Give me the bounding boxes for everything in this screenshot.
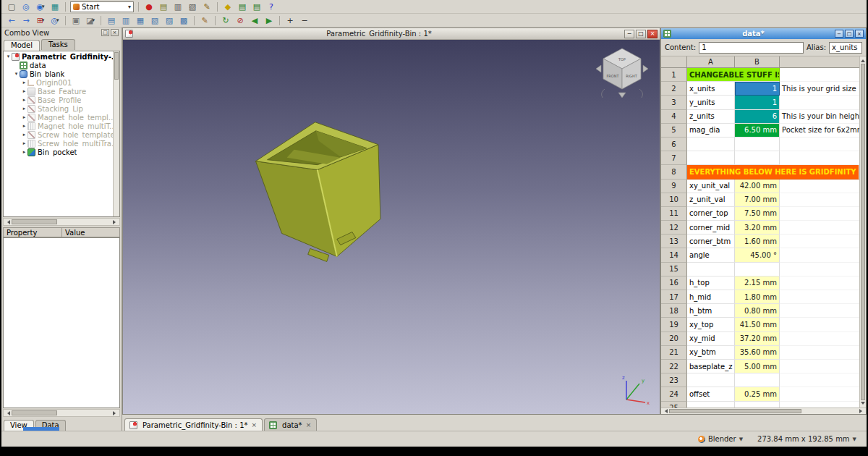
navcube-right-label[interactable]: RIGHT	[626, 74, 638, 78]
prev-position-icon[interactable]: ◀	[247, 14, 262, 26]
axonometric-view-icon[interactable]: ▣	[69, 14, 83, 26]
row-number-19[interactable]: 19	[661, 318, 687, 332]
viewport-titlebar[interactable]: Parametric_Gridfinity-Bin : 1*	[123, 28, 660, 40]
row-number-8[interactable]: 8	[661, 165, 687, 179]
close-tab-icon[interactable]: ×	[305, 421, 312, 428]
cell-a-10[interactable]: z_unit_val	[687, 193, 735, 207]
close-icon[interactable]	[855, 30, 864, 38]
cell-a-8[interactable]: EVERYTHING BELOW HERE IS GRIDFINITY SPEC…	[687, 165, 859, 179]
row-number-5[interactable]: 5	[661, 124, 687, 138]
clipboard-alt-icon[interactable]: ▤	[250, 1, 264, 12]
cell-b-6[interactable]	[735, 138, 780, 151]
grid-icon[interactable]: ▦	[48, 1, 62, 12]
row-number-9[interactable]: 9	[661, 180, 687, 193]
cell-c-5[interactable]: Pocket size for 6x2mm mag	[780, 124, 859, 138]
row-number-13[interactable]: 13	[661, 235, 687, 248]
zoom-tools-icon[interactable]: ◎▾	[48, 14, 62, 26]
cell-c-19[interactable]	[780, 318, 859, 332]
cell-a-7[interactable]	[687, 151, 735, 165]
cell-b-13[interactable]: 1.60 mm	[735, 235, 780, 248]
tree-item-data[interactable]: data	[4, 61, 119, 69]
scroll-right-icon[interactable]	[111, 410, 119, 416]
corner-cell[interactable]	[661, 56, 687, 68]
cell-b-14[interactable]: 45.00 °	[735, 248, 780, 262]
rear-view-icon[interactable]: ▧	[148, 14, 162, 26]
value-column-header[interactable]: Value	[62, 227, 120, 237]
cell-c-21[interactable]	[780, 346, 859, 360]
row-number-7[interactable]: 7	[661, 151, 687, 165]
scroll-up-icon[interactable]	[860, 56, 866, 63]
row-number-11[interactable]: 11	[661, 207, 687, 221]
front-view-icon[interactable]: ▤	[104, 14, 119, 26]
tree-item-base-profile[interactable]: ▸Base_Profile	[4, 96, 119, 104]
draw-style-icon[interactable]: ◪▾	[83, 14, 98, 26]
property-editor[interactable]	[3, 237, 120, 408]
row-number-4[interactable]: 4	[661, 110, 687, 124]
clipboard-icon[interactable]: ▤	[235, 1, 250, 12]
close-tab-icon[interactable]: ×	[251, 421, 258, 428]
cell-a-13[interactable]: corner_btm	[687, 235, 735, 248]
cell-c-22[interactable]	[780, 360, 859, 373]
row-number-23[interactable]: 23	[661, 373, 687, 387]
cell-b-16[interactable]: 2.15 mm	[735, 276, 780, 290]
expander-icon[interactable]: ▾	[5, 54, 12, 59]
cell-c-6[interactable]	[780, 138, 859, 151]
bin-model[interactable]	[123, 40, 660, 414]
cell-b-7[interactable]	[735, 151, 780, 165]
cell-a-23[interactable]	[687, 373, 735, 387]
scroll-right-icon[interactable]	[111, 219, 119, 225]
tree-item-parametric-gridfinity-bin[interactable]: ▾Parametric_Gridfinity-Bin	[4, 52, 119, 61]
scroll-left-icon[interactable]	[4, 219, 12, 225]
property-horizontal-scrollbar[interactable]	[3, 409, 120, 417]
cell-c-12[interactable]	[780, 221, 859, 235]
back-icon[interactable]: ←	[4, 14, 19, 26]
navigation-style-icon[interactable]: ◉▾	[33, 1, 48, 12]
tree-vertical-scrollbar[interactable]	[113, 51, 119, 216]
dimension-indicator[interactable]: 273.84 mm x 192.85 mm ▼	[757, 435, 856, 443]
cell-c-24[interactable]	[780, 387, 859, 401]
column-header-b[interactable]: B	[735, 56, 780, 68]
cell-a-21[interactable]: xy_btm	[687, 346, 735, 360]
close-icon[interactable]	[647, 30, 658, 38]
expander-icon[interactable]: ▸	[21, 123, 27, 129]
cell-c-15[interactable]	[780, 263, 859, 276]
left-view-icon[interactable]: ▩	[176, 14, 191, 26]
row-number-15[interactable]: 15	[661, 263, 687, 276]
cell-c-9[interactable]	[780, 180, 859, 193]
fit-all-icon[interactable]: ⊞▾	[33, 14, 48, 26]
cell-c-11[interactable]	[780, 207, 859, 221]
cell-a-14[interactable]: angle	[687, 248, 735, 262]
refresh-icon[interactable]: ↻	[218, 14, 233, 26]
cell-a-11[interactable]: corner_top	[687, 207, 735, 221]
cell-a-20[interactable]: xy_mid	[687, 332, 735, 346]
cell-b-5[interactable]: 6.50 mm	[735, 124, 780, 138]
row-number-16[interactable]: 16	[661, 276, 687, 290]
maximize-icon[interactable]	[636, 30, 646, 38]
navigation-cube[interactable]: TOP FRONT RIGHT	[593, 41, 651, 103]
cell-c-18[interactable]	[780, 304, 859, 318]
expander-icon[interactable]: ▸	[21, 149, 27, 155]
row-number-1[interactable]: 1	[661, 68, 687, 82]
navcube-top-label[interactable]: TOP	[618, 57, 626, 62]
cell-a-18[interactable]: h_btm	[687, 304, 735, 318]
paste-icon[interactable]: ▧	[185, 1, 200, 12]
column-header-a[interactable]: A	[687, 56, 735, 68]
cell-b-18[interactable]: 0.80 mm	[735, 304, 780, 318]
cell-b-11[interactable]: 7.50 mm	[735, 207, 780, 221]
row-number-14[interactable]: 14	[661, 248, 687, 262]
alias-input[interactable]: x_units	[829, 42, 862, 54]
cell-c-10[interactable]	[780, 193, 859, 207]
spreadsheet-titlebar[interactable]: data*	[661, 28, 866, 39]
maximize-icon[interactable]	[845, 30, 854, 38]
tree-item-screw-hole-multitransl[interactable]: ▸Screw_hole_multiTransl...	[4, 139, 119, 148]
cell-a-15[interactable]	[687, 263, 735, 276]
cell-c-3[interactable]	[780, 96, 859, 109]
macro-icon[interactable]: ◆	[221, 1, 235, 12]
3d-viewport[interactable]: TOP FRONT RIGHT	[123, 40, 660, 414]
row-number-24[interactable]: 24	[661, 387, 687, 401]
cell-b-2[interactable]: 1	[735, 82, 780, 96]
whats-this-icon[interactable]: ?	[264, 1, 278, 12]
row-number-25[interactable]: 25	[661, 402, 687, 408]
cell-a-4[interactable]: z_units	[687, 110, 735, 124]
cell-c-25[interactable]	[780, 402, 859, 408]
